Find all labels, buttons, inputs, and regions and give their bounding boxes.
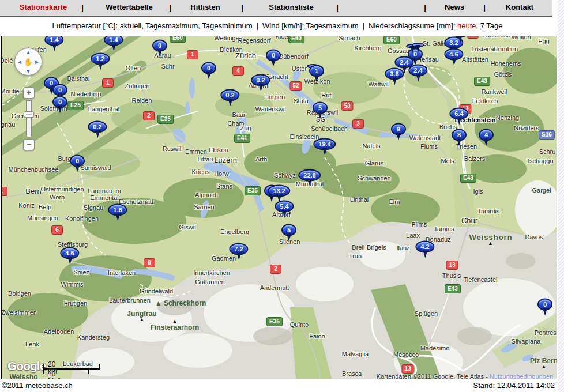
precip-marker[interactable]: 4 [479, 129, 494, 141]
nav-item-stationskarte[interactable]: Stationskarte [20, 0, 67, 15]
town-label: Lauterbrunnen [109, 297, 151, 304]
town-label: Mels [441, 157, 454, 164]
precip-marker[interactable]: 0 [152, 40, 167, 52]
town-label: Elm [389, 198, 400, 205]
town-label: Nüziders [514, 125, 539, 131]
town-label: Feldkirch [472, 97, 498, 104]
precip-marker[interactable]: 1 [309, 65, 324, 77]
nav-item-news[interactable]: News [445, 0, 464, 15]
zoom-slider-handle[interactable] [24, 111, 34, 118]
precip-marker[interactable]: 0 [537, 299, 552, 311]
expressway-shield: S16 [539, 130, 555, 140]
toolbar-link[interactable]: Tagesmaximum [306, 21, 359, 30]
precip-marker[interactable] [412, 43, 424, 47]
precip-marker[interactable]: 0 [52, 96, 67, 108]
town-label: Chur [461, 217, 477, 224]
zoom-in-button[interactable]: + [23, 87, 35, 99]
precip-marker[interactable]: 9 [391, 123, 406, 135]
town-label: Horw [214, 170, 229, 177]
google-logo[interactable]: Google [7, 359, 46, 373]
mountain-label: ▲Finsteraarhorn [151, 319, 200, 331]
euro-route-shield: E35 [157, 115, 174, 124]
town-label: Andermatt [260, 284, 289, 291]
toolbar-link[interactable]: aktuell [120, 21, 142, 30]
nav-separator: | [241, 0, 243, 15]
zoom-out-button[interactable]: − [23, 139, 35, 150]
weather-map[interactable]: LaufenDeléMoutiengnauGrenchenSolothurnBa… [1, 36, 557, 379]
town-label: Innertkirchen [193, 269, 230, 276]
pan-up-icon[interactable]: ▲ [25, 49, 31, 55]
town-label: Bern [25, 188, 41, 195]
route-number-shield: 13 [401, 364, 413, 374]
toolbar-link[interactable]: Tagesminimum [202, 21, 252, 30]
precip-marker[interactable]: 5.4 [275, 201, 294, 213]
precip-marker[interactable]: 0 [70, 155, 85, 167]
zoom-slider-track[interactable] [26, 100, 32, 137]
nav-item-kontakt[interactable]: Kontakt [506, 0, 533, 15]
precip-marker[interactable]: 4.6 [60, 247, 79, 259]
town-label: Wädenswil [255, 105, 285, 112]
town-label: Zug [240, 125, 251, 131]
precip-marker[interactable]: 0 [52, 84, 67, 96]
precip-marker[interactable]: 0 [201, 62, 216, 74]
town-label: Balsthal [67, 75, 89, 82]
town-label: Glarus [365, 160, 383, 167]
town-label: Schwanden [358, 175, 391, 182]
nav-item-hitlisten[interactable]: Hitlisten [190, 0, 220, 15]
precip-marker[interactable]: 0.2 [251, 74, 270, 86]
pan-left-icon[interactable]: ◄ [17, 59, 22, 65]
town-label: Delé [1, 57, 13, 64]
toolbar-link[interactable]: 7 Tage [480, 21, 503, 30]
town-label: Frutigen [64, 300, 87, 307]
route-number-shield: 2 [143, 111, 155, 120]
nav-item-wettertabelle[interactable]: Wettertabelle [106, 0, 152, 15]
attribution-terms-link[interactable]: Nutzungsbedingungen [490, 373, 553, 379]
pan-right-icon[interactable]: ► [34, 59, 40, 65]
route-number-shield: 6 [51, 225, 63, 235]
precip-marker[interactable]: 1.6 [108, 204, 127, 216]
town-label: Lustenau [471, 46, 497, 52]
euro-route-shield: E60 [170, 36, 186, 43]
precip-marker[interactable]: 0 [266, 50, 281, 62]
precip-marker[interactable]: 0.2 [88, 121, 107, 133]
precip-marker[interactable]: 4.6 [444, 48, 463, 61]
nav-separator: | [169, 0, 171, 15]
town-label: Ostermundigen [40, 186, 84, 193]
main-nav: StationskarteWettertabelleHitlistenStati… [0, 0, 552, 17]
copyright-label: ©2011 meteobase.ch [2, 381, 73, 390]
precip-marker[interactable]: 5 [313, 102, 328, 114]
precip-marker[interactable]: 2.4 [408, 65, 427, 77]
town-label: Kriens [191, 168, 209, 175]
town-label: Stans [216, 183, 232, 190]
precip-marker[interactable]: 3.6 [385, 68, 404, 80]
town-label: Münchenbuchsee [9, 166, 59, 173]
town-label: Ruswil [163, 145, 181, 152]
toolbar-link[interactable]: Tagesmaximum [145, 21, 198, 30]
town-label: Tamins [434, 225, 454, 232]
town-label: Boltigen [8, 290, 31, 297]
mountain-label: ▲ Schreckhorn [155, 299, 206, 307]
window-edge-stripe [558, 0, 564, 392]
euro-route-shield: E35 [266, 317, 283, 326]
precip-marker[interactable]: 0.2 [220, 89, 239, 101]
precip-marker[interactable]: 6.4 [449, 108, 468, 120]
town-label: Pontresi [535, 329, 557, 336]
town-label: Zweisimmen [1, 309, 37, 316]
route-number-shield: 2 [270, 265, 281, 274]
pan-control[interactable]: ▲ ▼ ◄ ► ✋ [14, 48, 42, 76]
town-label: Wimmis [61, 281, 83, 288]
route-number-shield: 13 [446, 261, 458, 270]
town-label: Sumiswald [80, 164, 111, 171]
precip-marker[interactable]: 4.2 [415, 241, 434, 253]
pan-down-icon[interactable]: ▼ [25, 68, 31, 74]
nav-item-stationsliste[interactable]: Stationsliste [269, 0, 313, 15]
town-label: Regensdorf [238, 37, 271, 44]
town-label: Moutie [1, 88, 20, 95]
town-label: Einsiedeln [290, 133, 319, 140]
nav-separator: | [81, 0, 84, 15]
town-label: Arth [255, 156, 267, 163]
precip-marker[interactable]: 5 [281, 224, 296, 236]
precip-marker[interactable]: 8 [452, 129, 467, 141]
precip-marker[interactable]: 7.2 [229, 243, 248, 255]
precip-marker[interactable]: 1.2 [91, 53, 110, 65]
